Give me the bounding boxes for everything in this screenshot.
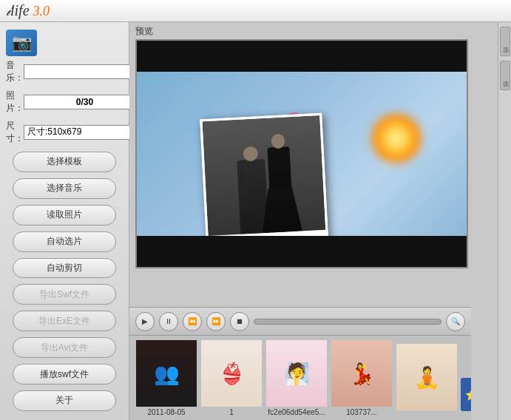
- zoom-button[interactable]: 🔍: [446, 312, 465, 331]
- photo-card: [200, 113, 328, 256]
- list-item[interactable]: [396, 343, 458, 413]
- watermark: ⭐ Wwin7系统之家: [461, 378, 471, 411]
- thumbnail-label: 103737...: [346, 408, 377, 416]
- export-avi-button[interactable]: 导出Avi文件: [13, 337, 116, 358]
- thumbnail-label: 2011-08-05: [147, 408, 185, 416]
- export-exe-button[interactable]: 导出ExE文件: [13, 311, 116, 331]
- thumbnail-image: [136, 340, 197, 407]
- list-item[interactable]: 103737...: [331, 339, 393, 417]
- black-bar-bottom: [137, 236, 467, 267]
- list-item[interactable]: 2011-08-05: [135, 339, 197, 417]
- photo-field-row: 照片：: [6, 89, 123, 115]
- play-swf-button[interactable]: 播放swf文件: [13, 364, 116, 385]
- select-music-button[interactable]: 选择音乐: [13, 178, 116, 199]
- progress-bar[interactable]: [254, 319, 441, 325]
- export-swf-button[interactable]: 导出Swf文件: [13, 284, 116, 305]
- preview-label: 预览: [135, 25, 492, 38]
- thumbnail-image: [396, 344, 457, 410]
- app-version: 3.0: [33, 4, 50, 18]
- stop-button[interactable]: ⏹: [230, 312, 249, 331]
- size-field-row: 尺寸：: [6, 120, 123, 145]
- controls-bar: ▶ ⏸ ⏪ ⏩ ⏹ 🔍: [129, 307, 471, 335]
- sidebar: 音乐： 照片： 尺寸： 选择模板 选择音乐 读取照片 自动选片 自动剪切 导出S…: [0, 22, 129, 420]
- size-input[interactable]: [24, 125, 142, 140]
- camera-icon: [6, 30, 37, 56]
- preview-section: 预览: [129, 22, 498, 307]
- select-template-button[interactable]: 选择模板: [13, 152, 116, 172]
- music-field-row: 音乐：: [6, 59, 123, 84]
- thumbnail-image: [201, 340, 262, 407]
- auto-crop-button[interactable]: 自动剪切: [13, 258, 116, 279]
- forward-button[interactable]: ⏩: [206, 312, 226, 331]
- size-label: 尺寸：: [6, 120, 24, 145]
- read-photo-button[interactable]: 读取照片: [13, 205, 116, 226]
- pause-button[interactable]: ⏸: [159, 312, 178, 331]
- photo-label: 照片：: [6, 89, 24, 115]
- side-button-top[interactable]: 选: [500, 27, 510, 56]
- list-item[interactable]: 1: [200, 339, 263, 417]
- about-button[interactable]: 关于: [13, 390, 116, 411]
- play-button[interactable]: ▶: [135, 312, 155, 331]
- app-logo: 𝒾life 3.0: [6, 2, 50, 19]
- right-panel: 预览: [129, 22, 498, 420]
- preview-frame: [135, 39, 468, 268]
- sun-glow: [367, 112, 426, 164]
- person-male: [237, 159, 268, 234]
- black-bar-top: [137, 41, 467, 72]
- thumbnail-strip: 2011-08-05 1 fc2e06dd54ee5... 103737...: [129, 335, 471, 420]
- photo-card-inner: [202, 115, 325, 236]
- auto-select-button[interactable]: 自动选片: [13, 231, 116, 252]
- preview-content: [137, 41, 467, 267]
- thumbnail-label: 1: [229, 408, 234, 416]
- rewind-button[interactable]: ⏪: [183, 312, 202, 331]
- thumbnail-image: [331, 340, 392, 407]
- preview-background: [137, 72, 467, 236]
- side-button-bottom[interactable]: 选: [500, 61, 510, 90]
- thumbnail-image: [266, 340, 327, 407]
- person-female: [267, 146, 294, 232]
- list-item[interactable]: fc2e06dd54ee5...: [265, 339, 328, 417]
- main-container: 音乐： 照片： 尺寸： 选择模板 选择音乐 读取照片 自动选片 自动剪切 导出S…: [0, 22, 511, 420]
- thumbnail-label: fc2e06dd54ee5...: [268, 408, 325, 416]
- right-side-panel: 选 选: [498, 22, 511, 420]
- title-bar: 𝒾life 3.0: [0, 0, 511, 22]
- music-label: 音乐：: [6, 59, 24, 84]
- photo-input[interactable]: [24, 95, 146, 109]
- couple-silhouette: [236, 146, 294, 234]
- music-input[interactable]: [24, 64, 142, 79]
- dress-flare: [260, 186, 302, 233]
